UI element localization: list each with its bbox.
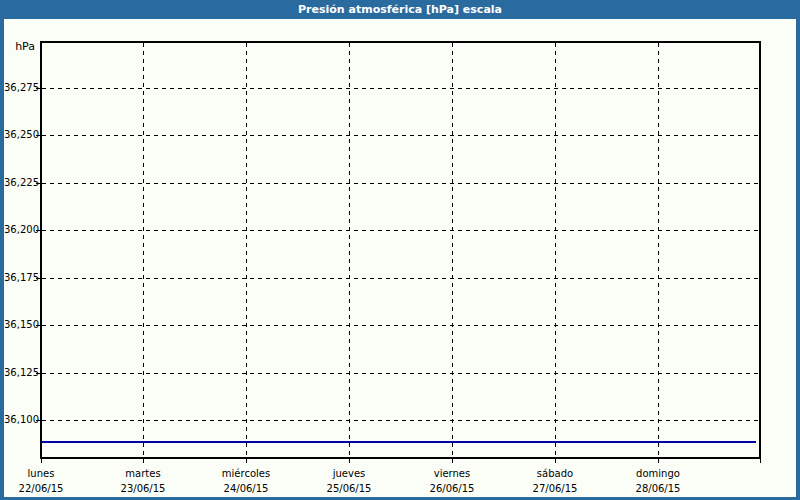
- y-axis-tick-label: 936,275: [2, 80, 39, 96]
- v-gridline: [658, 43, 659, 457]
- day-date: 28/06/15: [610, 481, 706, 496]
- day-name: miércoles: [198, 466, 294, 481]
- x-axis-tick: [349, 459, 350, 463]
- plot-area: [40, 41, 761, 459]
- day-date: 25/06/15: [301, 481, 397, 496]
- day-date: 23/06/15: [95, 481, 191, 496]
- h-gridline: [42, 135, 759, 136]
- h-gridline: [42, 373, 759, 374]
- day-name: sábado: [507, 466, 603, 481]
- h-gridline: [42, 88, 759, 89]
- x-axis-tick: [555, 459, 556, 463]
- day-date: 27/06/15: [507, 481, 603, 496]
- y-axis-tick-label: 936,175: [2, 270, 39, 286]
- h-gridline: [42, 230, 759, 231]
- day-label: jueves 25/06/15: [301, 466, 397, 496]
- day-date: 22/06/15: [0, 481, 89, 496]
- v-gridline: [246, 43, 247, 457]
- title-bar: Presión atmosférica [hPa] escala: [0, 0, 800, 19]
- day-name: lunes: [0, 466, 89, 481]
- h-gridline: [42, 183, 759, 184]
- y-axis-tick-label: 936,200: [2, 222, 39, 238]
- day-label: domingo 28/06/15: [610, 466, 706, 496]
- day-date: 26/06/15: [404, 481, 500, 496]
- chart-title: Presión atmosférica [hPa] escala: [298, 3, 502, 16]
- v-gridline: [452, 43, 453, 457]
- v-gridline: [555, 43, 556, 457]
- day-label: lunes 22/06/15: [0, 466, 89, 496]
- h-gridline: [42, 420, 759, 421]
- day-label: sábado 27/06/15: [507, 466, 603, 496]
- day-date: 24/06/15: [198, 481, 294, 496]
- app-window: Presión atmosférica [hPa] escala hPa 936…: [0, 0, 800, 500]
- day-label: miércoles 24/06/15: [198, 466, 294, 496]
- day-name: jueves: [301, 466, 397, 481]
- y-axis-tick-label: 936,150: [2, 317, 39, 333]
- v-gridline: [349, 43, 350, 457]
- y-axis-tick-label: 936,250: [2, 127, 39, 143]
- h-gridline: [42, 278, 759, 279]
- day-label: viernes 26/06/15: [404, 466, 500, 496]
- x-axis-tick: [41, 459, 42, 463]
- y-axis-tick-label: 936,125: [2, 365, 39, 381]
- y-axis-tick-label: 936,225: [2, 175, 39, 191]
- x-axis-tick: [658, 459, 659, 463]
- pressure-series-line: [42, 441, 756, 443]
- x-axis-tick: [452, 459, 453, 463]
- day-label: martes 23/06/15: [95, 466, 191, 496]
- day-name: viernes: [404, 466, 500, 481]
- v-gridline: [143, 43, 144, 457]
- x-axis-tick: [246, 459, 247, 463]
- y-axis-unit-label: hPa: [0, 40, 35, 54]
- day-name: domingo: [610, 466, 706, 481]
- x-axis-tick: [760, 459, 761, 463]
- y-axis-tick-label: 936,100: [2, 412, 39, 428]
- day-name: martes: [95, 466, 191, 481]
- x-axis-tick: [143, 459, 144, 463]
- h-gridline: [42, 325, 759, 326]
